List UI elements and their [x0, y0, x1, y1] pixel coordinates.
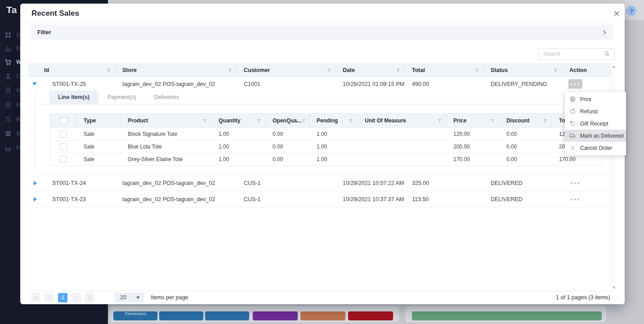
toggle-icon: [4, 130, 12, 137]
cube-icon: [4, 101, 12, 108]
expand-row-toggle[interactable]: [28, 197, 37, 202]
bottom-button-2[interactable]: [159, 311, 203, 320]
next-page-button[interactable]: [72, 293, 81, 302]
help-button[interactable]: ?: [626, 6, 636, 16]
select-all-checkbox[interactable]: [60, 117, 67, 124]
cell-price: 120.00: [446, 131, 499, 137]
bottom-button-3[interactable]: [205, 311, 249, 320]
page-size-dropdown[interactable]: 20: [115, 292, 144, 302]
search-input[interactable]: [539, 51, 604, 57]
column-header-unit-of-measure[interactable]: Unit Of Measure: [358, 114, 446, 127]
table-row[interactable]: ST001-TX-25 tagrain_dev_02 POS-tagrain_d…: [28, 77, 611, 91]
collapse-row-toggle[interactable]: [28, 82, 37, 86]
menu-item-cancel-order[interactable]: Cancel Order: [565, 142, 626, 154]
filter-funnel-icon[interactable]: [490, 118, 495, 123]
chart-icon: [4, 144, 12, 152]
table-row[interactable]: ST001-TX-23 tagrain_dev_02 POS-tagrain_d…: [28, 191, 611, 207]
filter-funnel-icon[interactable]: [106, 68, 111, 73]
row-actions-button[interactable]: ●●●: [568, 194, 582, 204]
bottom-button-5[interactable]: [300, 311, 345, 320]
column-header-customer[interactable]: Customer: [237, 64, 335, 76]
scroll-down-icon[interactable]: [613, 287, 615, 289]
menu-item-print[interactable]: Print: [565, 93, 626, 105]
cell-product: Grey-Silver Elaine Tote: [121, 156, 211, 162]
cell-customer: CUS-1: [237, 180, 335, 186]
filter-funnel-icon[interactable]: [256, 118, 261, 123]
line-items-table: Type Product Quantity OpenQua... Pending…: [50, 113, 602, 166]
recent-sales-dialog: Recent Sales Filter Id Store Customer Da…: [20, 4, 625, 304]
menu-item-mark-as-delivered[interactable]: Mark as Delivered: [565, 130, 626, 142]
prev-page-button[interactable]: [45, 293, 54, 302]
bottom-button-4[interactable]: [253, 311, 298, 320]
tab-line-items[interactable]: Line Item(s): [49, 90, 98, 104]
last-page-button[interactable]: [85, 293, 94, 302]
close-icon: [613, 9, 621, 18]
column-header-price[interactable]: Price: [446, 114, 499, 127]
filter-funnel-icon[interactable]: [543, 118, 548, 123]
cell-date: 10/29/2021 10:57:22 AM: [335, 180, 405, 186]
menu-item-label: Refund: [580, 108, 598, 115]
dialog-title: Recent Sales: [31, 9, 79, 18]
tab-deliveries[interactable]: Deliveries: [145, 90, 188, 104]
filter-funnel-icon[interactable]: [202, 118, 207, 123]
filter-funnel-icon[interactable]: [396, 68, 401, 73]
cell-quantity: 1.00: [211, 156, 265, 162]
column-header-product[interactable]: Product: [121, 114, 211, 127]
filter-funnel-icon[interactable]: [326, 68, 331, 73]
filter-funnel-icon[interactable]: [474, 68, 479, 73]
cell-discount: 0.00: [499, 156, 552, 162]
filter-funnel-icon[interactable]: [349, 118, 353, 123]
row-checkbox[interactable]: [60, 143, 67, 150]
column-header-discount[interactable]: Discount: [499, 114, 552, 127]
status-badge: DELIVERED: [483, 196, 562, 202]
cell-open-quantity: 0.00: [265, 131, 309, 137]
first-page-button[interactable]: [31, 293, 40, 302]
page-number-button[interactable]: 1: [58, 293, 67, 302]
column-header-total[interactable]: Total: [405, 64, 483, 76]
menu-item-label: Cancel Order: [580, 145, 612, 151]
filter-funnel-icon[interactable]: [437, 118, 442, 123]
row-checkbox[interactable]: [60, 130, 67, 138]
menu-item-gift-receipt[interactable]: Gift Receipt: [565, 117, 626, 130]
column-header-status[interactable]: Status: [483, 64, 562, 76]
scroll-up-icon[interactable]: [613, 66, 615, 68]
cell-price: 170.00: [446, 156, 499, 162]
filter-funnel-icon[interactable]: [301, 118, 306, 123]
column-header-pending[interactable]: Pending: [309, 114, 358, 127]
table-row[interactable]: ST001-TX-24 tagrain_dev_02 POS-tagrain_d…: [28, 175, 611, 191]
row-actions-button[interactable]: ●●●: [568, 79, 582, 89]
bottom-button-green[interactable]: [412, 311, 602, 320]
status-badge: DELIVERY_PENDING: [483, 81, 562, 87]
row-actions-button[interactable]: ●●●: [568, 178, 582, 188]
filter-funnel-icon[interactable]: [228, 68, 233, 73]
line-item-row: Sale Blue Lola Tote 1.00 0.00 1.00 200.0…: [50, 140, 602, 153]
column-header-id[interactable]: Id: [37, 64, 115, 76]
row-checkbox[interactable]: [60, 156, 67, 163]
pagination-bar: 1 20 Items per page 1 of 1 pages (3 item…: [31, 292, 614, 303]
filter-expander[interactable]: Filter: [31, 25, 614, 40]
sales-table-header: Id Store Customer Date Total Status Acti…: [28, 63, 611, 77]
column-header-date[interactable]: Date: [335, 64, 405, 76]
menu-item-label: Print: [580, 96, 591, 103]
cell-customer: CUS-1: [237, 196, 335, 202]
first-page-icon: [33, 295, 38, 300]
transactions-button-label: Transactions: [113, 311, 157, 316]
bottom-button-6[interactable]: [348, 311, 393, 320]
column-header-open-quantity[interactable]: OpenQua...: [265, 114, 309, 127]
line-item-row: Sale Grey-Silver Elaine Tote 1.00 0.00 1…: [50, 153, 602, 165]
menu-item-refund[interactable]: Refund: [565, 105, 626, 117]
expand-row-toggle[interactable]: [28, 181, 37, 185]
cell-type: Sale: [76, 156, 121, 162]
brand-logo: Ta: [6, 4, 17, 15]
close-button[interactable]: [613, 9, 621, 18]
transactions-button[interactable]: Transactions: [113, 311, 157, 320]
cell-id: ST001-TX-25: [37, 81, 115, 87]
cell-pending: 1.00: [309, 131, 358, 137]
building-icon: [4, 87, 12, 94]
filter-funnel-icon[interactable]: [553, 68, 558, 73]
column-header-store[interactable]: Store: [115, 64, 237, 76]
cell-price: 200.00: [446, 144, 499, 150]
tab-payments[interactable]: Payment(s): [98, 90, 145, 104]
column-header-quantity[interactable]: Quantity: [211, 114, 265, 127]
chevron-down-icon: [32, 82, 37, 86]
